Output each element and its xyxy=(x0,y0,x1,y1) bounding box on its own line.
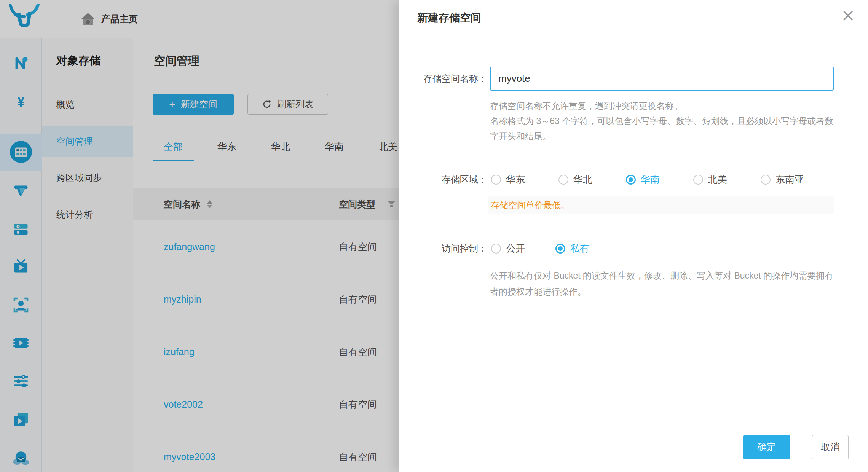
access-option-public[interactable]: 公开 xyxy=(491,242,525,255)
bucket-name-label: 存储空间名称： xyxy=(399,73,487,85)
region-option-huadong[interactable]: 华东 xyxy=(491,173,525,186)
radio-checked-icon[interactable] xyxy=(626,175,636,185)
radio-checked-icon[interactable] xyxy=(555,244,565,254)
bucket-name-input[interactable] xyxy=(490,67,834,91)
radio-icon[interactable] xyxy=(693,175,703,185)
region-option-beimei[interactable]: 北美 xyxy=(693,173,727,186)
radio-icon[interactable] xyxy=(491,175,501,185)
close-icon[interactable]: × xyxy=(841,7,855,24)
create-bucket-dialog: 新建存储空间 × 存储空间名称： 存储空间名称不允许重复，遇到冲突请更换名称。 … xyxy=(399,0,868,472)
region-option-huabei[interactable]: 华北 xyxy=(558,173,592,186)
region-option-label: 华南 xyxy=(641,173,660,186)
storage-region-label: 存储区域： xyxy=(399,174,487,186)
access-control-help: 公开和私有仅对 Bucket 的读文件生效，修改、删除、写入等对 Bucket … xyxy=(490,268,839,300)
access-control-label: 访问控制： xyxy=(399,242,487,255)
region-option-label: 东南亚 xyxy=(775,173,804,186)
access-option-label: 公开 xyxy=(506,242,525,255)
bucket-name-help: 存储空间名称不允许重复，遇到冲突请更换名称。 名称格式为 3～63 个字符，可以… xyxy=(490,98,834,144)
dialog-header: 新建存储空间 × xyxy=(399,0,868,38)
region-option-label: 北美 xyxy=(708,173,727,186)
storage-region-row: 存储区域： 华东 华北 华南 北美 xyxy=(399,173,868,186)
app-root: 产品主页 ¥ xyxy=(0,0,868,472)
region-option-label: 华北 xyxy=(573,173,592,186)
radio-icon[interactable] xyxy=(761,175,771,185)
region-option-label: 华东 xyxy=(506,173,525,186)
bucket-name-help-line2: 名称格式为 3～63 个字符，可以包含小写字母、数字、短划线，且必须以小写字母或… xyxy=(490,113,834,144)
region-price-note: 存储空间单价最低。 xyxy=(488,196,834,214)
region-option-dongnanya[interactable]: 东南亚 xyxy=(761,173,804,186)
region-option-huanan[interactable]: 华南 xyxy=(626,173,660,186)
cancel-button[interactable]: 取消 xyxy=(812,435,849,459)
bucket-name-row: 存储空间名称： xyxy=(399,67,868,91)
access-option-label: 私有 xyxy=(570,242,589,255)
dialog-title: 新建存储空间 xyxy=(417,11,481,25)
access-control-row: 访问控制： 公开 私有 xyxy=(399,242,868,255)
dialog-footer: 确定 取消 xyxy=(399,422,868,472)
access-option-private[interactable]: 私有 xyxy=(555,242,589,255)
bucket-name-help-line1: 存储空间名称不允许重复，遇到冲突请更换名称。 xyxy=(490,98,834,113)
radio-icon[interactable] xyxy=(491,244,501,254)
radio-icon[interactable] xyxy=(558,175,568,185)
confirm-button[interactable]: 确定 xyxy=(743,435,790,459)
